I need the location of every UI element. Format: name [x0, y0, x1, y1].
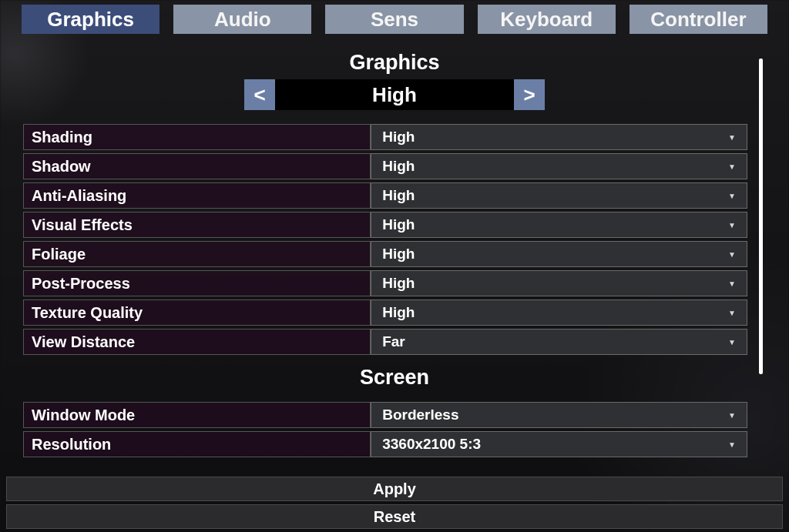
select-value: High	[382, 187, 415, 204]
vertical-scrollbar[interactable]	[759, 59, 763, 374]
preset-selector: < High >	[23, 79, 766, 110]
setting-label-texture-quality: Texture Quality	[23, 299, 371, 326]
setting-label-view-distance: View Distance	[23, 329, 371, 355]
setting-row: Visual Effects High ▼	[23, 212, 747, 238]
setting-select-window-mode[interactable]: Borderless ▼	[371, 402, 747, 428]
section-title-screen: Screen	[23, 366, 766, 390]
tab-graphics[interactable]: Graphics	[22, 5, 159, 34]
chevron-down-icon: ▼	[728, 250, 736, 259]
setting-label-post-process: Post-Process	[23, 270, 371, 296]
graphics-rows: Shading High ▼ Shadow High ▼ Anti-Aliasi…	[23, 124, 766, 355]
section-title-graphics: Graphics	[23, 51, 766, 75]
setting-row: Shadow High ▼	[23, 153, 747, 179]
settings-panel: Graphics < High > Shading High ▼ Shadow	[0, 51, 789, 457]
tab-controller[interactable]: Controller	[630, 5, 767, 34]
setting-select-view-distance[interactable]: Far ▼	[371, 329, 747, 355]
setting-row: Foliage High ▼	[23, 241, 747, 267]
scroll-area: Graphics < High > Shading High ▼ Shadow	[23, 51, 766, 457]
select-value: High	[382, 246, 415, 263]
select-value: Far	[382, 333, 405, 350]
setting-row: Resolution 3360x2100 5:3 ▼	[23, 431, 747, 457]
setting-label-shadow: Shadow	[23, 153, 371, 179]
setting-select-resolution[interactable]: 3360x2100 5:3 ▼	[371, 431, 747, 457]
settings-tabs: Graphics Audio Sens Keyboard Controller	[0, 0, 789, 34]
tab-sens[interactable]: Sens	[325, 5, 463, 34]
chevron-down-icon: ▼	[728, 440, 736, 449]
chevron-down-icon: ▼	[728, 411, 736, 420]
select-value: 3360x2100 5:3	[382, 436, 481, 453]
apply-button[interactable]: Apply	[6, 477, 783, 501]
tab-audio[interactable]: Audio	[173, 5, 311, 34]
reset-button[interactable]: Reset	[6, 504, 783, 529]
setting-row: Texture Quality High ▼	[23, 299, 747, 326]
tab-label: Graphics	[47, 8, 134, 32]
chevron-down-icon: ▼	[728, 221, 736, 229]
setting-select-texture-quality[interactable]: High ▼	[371, 299, 747, 326]
action-buttons: Apply Reset	[0, 477, 789, 529]
chevron-down-icon: ▼	[728, 133, 736, 142]
select-value: Borderless	[382, 407, 458, 423]
setting-label-shading: Shading	[23, 124, 371, 150]
select-value: High	[382, 129, 415, 146]
setting-row: Anti-Aliasing High ▼	[23, 182, 747, 209]
preset-next-button[interactable]: >	[514, 79, 545, 110]
preset-value: High	[275, 79, 514, 110]
setting-label-foliage: Foliage	[23, 241, 371, 267]
chevron-down-icon: ▼	[728, 279, 736, 288]
select-value: High	[382, 216, 415, 233]
chevron-down-icon: ▼	[728, 309, 736, 317]
tab-label: Audio	[214, 8, 271, 32]
tab-label: Keyboard	[500, 8, 593, 32]
chevron-down-icon: ▼	[728, 162, 736, 171]
setting-select-post-process[interactable]: High ▼	[371, 270, 747, 296]
setting-label-resolution: Resolution	[23, 431, 371, 457]
preset-prev-button[interactable]: <	[244, 79, 275, 110]
setting-select-anti-aliasing[interactable]: High ▼	[371, 182, 747, 209]
setting-row: Post-Process High ▼	[23, 270, 747, 296]
tab-label: Controller	[650, 8, 746, 32]
setting-select-shading[interactable]: High ▼	[371, 124, 747, 150]
setting-row: View Distance Far ▼	[23, 329, 747, 355]
setting-label-window-mode: Window Mode	[23, 402, 371, 428]
setting-row: Window Mode Borderless ▼	[23, 402, 747, 428]
chevron-down-icon: ▼	[728, 192, 736, 200]
setting-select-foliage[interactable]: High ▼	[371, 241, 747, 267]
setting-label-visual-effects: Visual Effects	[23, 212, 371, 238]
setting-select-visual-effects[interactable]: High ▼	[371, 212, 747, 238]
setting-label-anti-aliasing: Anti-Aliasing	[23, 182, 371, 209]
setting-row: Shading High ▼	[23, 124, 747, 150]
tab-keyboard[interactable]: Keyboard	[478, 5, 616, 34]
select-value: High	[382, 304, 415, 321]
select-value: High	[382, 158, 415, 175]
chevron-down-icon: ▼	[728, 338, 736, 346]
tab-label: Sens	[371, 8, 418, 32]
screen-rows: Window Mode Borderless ▼ Resolution 3360…	[23, 402, 766, 457]
setting-select-shadow[interactable]: High ▼	[371, 153, 747, 179]
select-value: High	[382, 275, 415, 292]
